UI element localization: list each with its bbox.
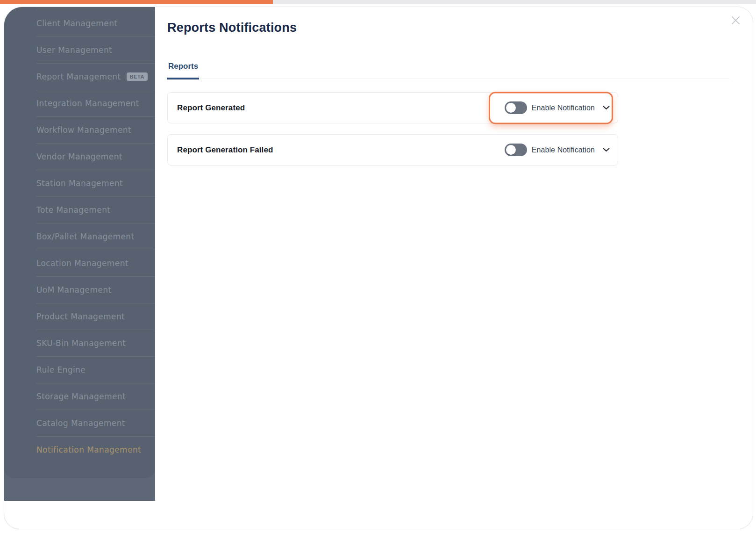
dropdown-label: Enable Notification <box>532 104 595 112</box>
top-strip <box>0 0 756 4</box>
sidebar-item-label: Product Management <box>36 312 125 321</box>
sidebar-item-label: UoM Management <box>36 285 112 295</box>
progress-bar <box>0 0 273 4</box>
sidebar-item-notification-management[interactable]: Notification Management <box>36 436 155 463</box>
sidebar: Client ManagementUser ManagementReport M… <box>4 7 155 501</box>
beta-badge: BETA <box>127 72 148 81</box>
sidebar-item-station-management[interactable]: Station Management <box>36 170 155 196</box>
enable-notification-toggle[interactable] <box>505 144 527 156</box>
notification-rows: Report Generated Enable Notification Rep… <box>167 92 618 176</box>
notification-row: Report Generated Enable Notification <box>167 92 618 123</box>
sidebar-item-workflow-management[interactable]: Workflow Management <box>36 116 155 143</box>
sidebar-item-catalog-management[interactable]: Catalog Management <box>36 410 155 436</box>
sidebar-item-integration-management[interactable]: Integration Management <box>36 90 155 116</box>
sidebar-item-label: Location Management <box>36 259 128 268</box>
app-window: Client ManagementUser ManagementReport M… <box>4 7 753 529</box>
sidebar-item-vendor-management[interactable]: Vendor Management <box>36 143 155 170</box>
sidebar-item-label: SKU-Bin Management <box>36 339 126 348</box>
sidebar-item-label: User Management <box>36 45 112 55</box>
sidebar-item-label: Notification Management <box>36 445 141 454</box>
tab-bar: Reports <box>167 60 729 79</box>
notification-name: Report Generated <box>177 103 505 113</box>
sidebar-item-location-management[interactable]: Location Management <box>36 250 155 276</box>
toggle-knob <box>506 103 516 113</box>
sidebar-item-uom-management[interactable]: UoM Management <box>36 276 155 303</box>
chevron-down-icon <box>603 148 610 152</box>
notification-row: Report Generation Failed Enable Notifica… <box>167 134 618 166</box>
notification-controls: Enable Notification <box>505 144 610 156</box>
sidebar-item-client-management[interactable]: Client Management <box>36 10 155 36</box>
sidebar-item-label: Catalog Management <box>36 418 125 428</box>
enable-notification-dropdown[interactable]: Enable Notification <box>532 104 610 112</box>
sidebar-item-label: Integration Management <box>36 99 139 108</box>
sidebar-item-label: Vendor Management <box>36 152 122 161</box>
notification-name: Report Generation Failed <box>177 145 505 155</box>
toggle-knob <box>506 145 516 155</box>
sidebar-item-storage-management[interactable]: Storage Management <box>36 383 155 410</box>
notification-controls: Enable Notification <box>505 101 610 114</box>
page-title: Reports Notifications <box>167 21 297 35</box>
reports-notifications-dialog: Reports Notifications Reports Report Gen… <box>155 7 753 529</box>
sidebar-item-box-pallet-management[interactable]: Box/Pallet Management <box>36 223 155 250</box>
enable-notification-toggle[interactable] <box>505 101 527 114</box>
close-button[interactable] <box>729 15 742 27</box>
sidebar-item-product-management[interactable]: Product Management <box>36 303 155 330</box>
sidebar-item-sku-bin-management[interactable]: SKU-Bin Management <box>36 330 155 356</box>
sidebar-panel: Client ManagementUser ManagementReport M… <box>4 7 155 478</box>
sidebar-item-label: Report Management <box>36 72 121 81</box>
close-icon <box>731 16 740 26</box>
sidebar-item-label: Box/Pallet Management <box>36 232 135 241</box>
sidebar-item-label: Tote Management <box>36 205 110 215</box>
sidebar-nav-list: Client ManagementUser ManagementReport M… <box>4 10 155 463</box>
sidebar-item-label: Client Management <box>36 19 117 28</box>
chevron-down-icon <box>603 106 610 110</box>
sidebar-item-label: Workflow Management <box>36 125 131 135</box>
sidebar-item-label: Rule Engine <box>36 365 86 375</box>
sidebar-item-rule-engine[interactable]: Rule Engine <box>36 356 155 383</box>
sidebar-item-report-management[interactable]: Report ManagementBETA <box>36 63 155 90</box>
sidebar-item-user-management[interactable]: User Management <box>36 36 155 63</box>
sidebar-item-label: Storage Management <box>36 392 126 401</box>
enable-notification-dropdown[interactable]: Enable Notification <box>532 146 610 154</box>
dropdown-label: Enable Notification <box>532 146 595 154</box>
sidebar-item-label: Station Management <box>36 179 123 188</box>
tab-reports[interactable]: Reports <box>167 60 199 79</box>
sidebar-item-tote-management[interactable]: Tote Management <box>36 196 155 223</box>
